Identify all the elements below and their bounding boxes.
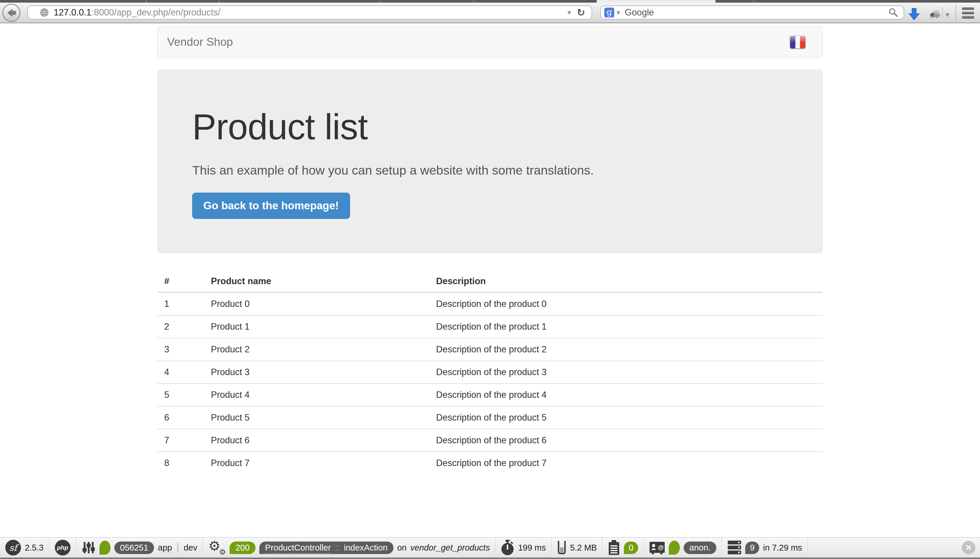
search-icon[interactable]	[889, 8, 898, 18]
firefox-window: 127.0.0.1:8000/app_dev.php/en/products/ …	[0, 0, 980, 559]
reload-button[interactable]: ↻	[577, 8, 585, 18]
products-table: # Product name Description 1 Product 0 D…	[157, 270, 823, 474]
symfony-logo-icon: sf	[5, 540, 21, 556]
tab-separator	[146, 0, 146, 3]
table-row: 7 Product 6 Description of the product 6	[157, 429, 823, 452]
url-path: :8000/app_dev.php/en/products/	[91, 7, 220, 18]
sliders-icon	[82, 541, 96, 555]
query-time: in 7.29 ms	[763, 543, 802, 552]
page-subtitle: This an example of how you can setup a w…	[192, 163, 788, 177]
tab-separator	[473, 0, 474, 3]
divider	[942, 7, 943, 18]
route-prefix: on	[397, 543, 406, 552]
sf-panel-memory[interactable]: 5.2 MB	[552, 538, 603, 557]
environment-name: dev	[184, 543, 197, 552]
browser-toolbar: 127.0.0.1:8000/app_dev.php/en/products/ …	[0, 3, 980, 23]
request-time: 199 ms	[518, 543, 546, 552]
back-arrow-icon	[6, 8, 17, 18]
menu-button[interactable]	[962, 7, 974, 19]
jumbotron: Product list This an example of how you …	[157, 69, 823, 253]
sf-panel-config[interactable]: 056251 app dev	[76, 538, 203, 557]
table-header-row: # Product name Description	[157, 270, 823, 292]
back-button[interactable]	[2, 4, 20, 22]
hamburger-icon	[962, 7, 974, 10]
url-bar[interactable]: 127.0.0.1:8000/app_dev.php/en/products/ …	[27, 5, 592, 20]
query-count-badge: 9	[745, 541, 759, 554]
controller-badge: ProductController :: indexAction	[259, 541, 393, 554]
sf-panel-forms[interactable]: 0	[603, 538, 644, 557]
search-bar[interactable]: g ▾ Google	[600, 5, 904, 20]
sf-panel-request[interactable]: ⚙ ⚙ 200 ProductController :: indexAction…	[203, 538, 496, 557]
stopwatch-icon	[501, 540, 514, 556]
sf-panel-database[interactable]: 9 in 7.29 ms	[722, 538, 808, 557]
url-host: 127.0.0.1	[54, 7, 91, 18]
tab-separator	[380, 0, 381, 3]
memory-icon	[557, 540, 566, 555]
toolbar-dropdown-icon[interactable]: ▾	[945, 10, 949, 19]
gears-icon: ⚙ ⚙	[208, 540, 226, 556]
search-engine-dropdown-icon[interactable]: ▾	[617, 9, 620, 16]
forms-count-badge: 0	[624, 541, 638, 554]
column-header-number: #	[157, 270, 204, 292]
french-flag-icon[interactable]	[790, 36, 805, 48]
sf-panel-time[interactable]: 199 ms	[496, 538, 552, 557]
homepage-button[interactable]: Go back to the homepage!	[192, 193, 350, 219]
navbar-brand[interactable]: Vendor Shop	[167, 27, 233, 57]
downloads-button[interactable]	[908, 8, 920, 21]
user-badge: anon.	[684, 541, 716, 554]
clipboard-icon	[608, 540, 620, 555]
page-title: Product list	[192, 106, 788, 147]
url-history-dropdown-icon[interactable]: ▾	[567, 9, 571, 16]
table-row: 1 Product 0 Description of the product 0	[157, 292, 823, 315]
config-status-icon	[99, 541, 111, 555]
memory-usage: 5.2 MB	[570, 543, 597, 552]
globe-icon	[40, 8, 49, 17]
kernel-name: app	[158, 543, 172, 552]
tab-separator	[219, 0, 220, 3]
table-row: 3 Product 2 Description of the product 2	[157, 338, 823, 361]
security-status-icon	[669, 541, 680, 555]
column-header-product-name: Product name	[204, 270, 429, 292]
svg-text:@: @	[658, 544, 664, 551]
action-name: indexAction	[344, 543, 388, 552]
close-toolbar-button[interactable]: ✕	[962, 541, 975, 554]
divider	[955, 4, 956, 22]
table-row: 4 Product 3 Description of the product 3	[157, 361, 823, 384]
tab-strip	[0, 0, 980, 3]
sf-panel-php[interactable]: php	[50, 538, 76, 557]
controller-name[interactable]: ProductController	[265, 543, 331, 554]
symfony-version: 2.5.3	[25, 543, 44, 552]
site-navbar: Vendor Shop	[157, 26, 823, 58]
route-name: vendor_get_products	[410, 543, 490, 552]
google-logo-icon[interactable]: g	[604, 8, 614, 18]
sf-panel-security[interactable]: @ anon.	[644, 538, 723, 557]
id-card-icon: @	[649, 541, 665, 555]
table-row: 5 Product 4 Description of the product 4	[157, 384, 823, 406]
search-input[interactable]: Google	[625, 7, 654, 18]
column-header-description: Description	[429, 270, 823, 292]
table-row: 2 Product 1 Description of the product 1	[157, 315, 823, 338]
database-icon	[728, 540, 741, 555]
table-row: 8 Product 7 Description of the product 7	[157, 452, 823, 474]
symfony-debug-toolbar: sf 2.5.3 php 056251 app dev ⚙ ⚙	[0, 537, 980, 559]
table-row: 6 Product 5 Description of the product 5	[157, 406, 823, 429]
php-logo-icon: php	[55, 540, 71, 556]
page-content: Vendor Shop Product list This an example…	[0, 24, 980, 537]
active-tab[interactable]	[597, 0, 715, 3]
close-icon: ✕	[965, 543, 972, 552]
sf-panel-version[interactable]: sf 2.5.3	[0, 538, 50, 557]
addon-fly-icon[interactable]	[928, 8, 942, 20]
status-code-badge: 200	[230, 541, 255, 554]
profiler-token: 056251	[114, 541, 154, 554]
divider	[177, 542, 178, 552]
tab-separator	[753, 0, 754, 3]
